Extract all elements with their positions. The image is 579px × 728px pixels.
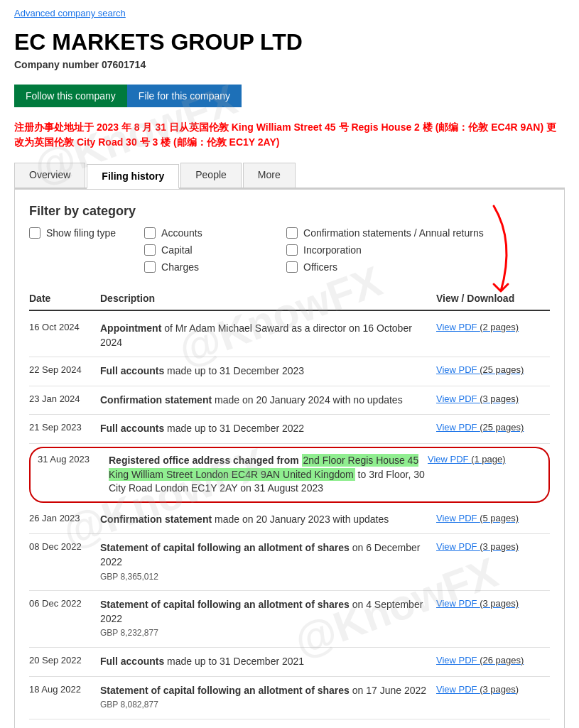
table-row: 26 Jan 2023 Confirmation statement made … (29, 506, 550, 535)
tab-overview[interactable]: Overview (14, 163, 85, 188)
filing-view[interactable]: View PDF (3 pages) (436, 541, 550, 552)
filing-view[interactable]: View PDF (3 pages) (436, 598, 550, 609)
filing-date: 18 Aug 2022 (29, 684, 100, 695)
filter-title: Filter by category (29, 204, 550, 219)
table-row: 06 Dec 2022 Statement of capital followi… (29, 591, 550, 648)
filing-date: 23 Jan 2024 (29, 393, 100, 404)
filing-description: Confirmation statement made on 20 Januar… (100, 393, 436, 408)
filing-date: 06 Dec 2022 (29, 598, 100, 609)
table-row: 20 Sep 2022 Full accounts made up to 31 … (29, 648, 550, 677)
filter-section: Filter by category Show filing type Acco… (29, 204, 550, 273)
filing-description: Full accounts made up to 31 December 202… (100, 422, 436, 436)
filing-view[interactable]: View PDF (5 pages) (436, 513, 550, 523)
header-view-download: View / Download (436, 293, 550, 304)
table-row: 16 Oct 2024 Appointment of Mr Adam Micha… (29, 315, 550, 357)
filing-description: Full accounts made up to 31 December 202… (100, 655, 436, 669)
tab-more[interactable]: More (243, 163, 296, 188)
show-filing-type-checkbox[interactable] (29, 227, 40, 239)
filing-description: Registered office address changed from 2… (109, 454, 428, 496)
checkbox-charges[interactable]: Charges (144, 261, 286, 273)
header-description: Description (100, 293, 436, 304)
checkbox-accounts[interactable]: Accounts (144, 227, 286, 239)
filing-view[interactable]: View PDF (26 pages) (436, 655, 550, 665)
checkbox-grid: Accounts Confirmation statements / Annua… (144, 227, 499, 273)
company-header: EC MARKETS GROUP LTD Company number 0760… (0, 26, 579, 77)
filing-description: Confirmation statement made on 20 Januar… (100, 513, 436, 527)
filing-view[interactable]: View PDF (3 pages) (436, 684, 550, 695)
filing-description: Appointment of Mr Adam Michael Saward as… (100, 322, 436, 349)
file-button[interactable]: File for this company (127, 85, 242, 107)
notice-banner: 注册办事处地址于 2023 年 8 月 31 日从英国伦敦 King Willi… (0, 114, 579, 156)
show-filing-type-label: Show filing type (46, 227, 116, 239)
company-number-line: Company number 07601714 (14, 59, 565, 70)
top-link: Advanced company search (0, 0, 579, 26)
filing-view[interactable]: View PDF (25 pages) (436, 364, 550, 375)
table-header: Date Description View / Download (29, 287, 550, 311)
filing-table: Date Description View / Download 16 Oct … (29, 287, 550, 728)
table-row: 08 Dec 2022 Statement of capital followi… (29, 534, 550, 591)
main-content: Filter by category Show filing type Acco… (14, 189, 565, 728)
filing-date: 22 Sep 2024 (29, 364, 100, 375)
filing-view[interactable]: View PDF (25 pages) (436, 422, 550, 433)
filing-date: 31 Aug 2023 (38, 454, 109, 464)
filing-date: 08 Dec 2022 (29, 541, 100, 552)
table-row: 18 Aug 2022 Statement of capital followi… (29, 677, 550, 719)
filing-description: Statement of capital following an allotm… (100, 541, 436, 583)
tab-people[interactable]: People (180, 163, 242, 188)
checkbox-confirmation[interactable]: Confirmation statements / Annual returns (286, 227, 499, 239)
tabs-container: Overview Filing history People More (14, 163, 565, 189)
filing-date: 21 Sep 2023 (29, 422, 100, 433)
filing-view[interactable]: View PDF (2 pages) (436, 322, 550, 332)
table-row: 12 Apr 2022 Director's details changed f… (29, 719, 550, 728)
company-title: EC MARKETS GROUP LTD (14, 29, 565, 55)
notice-text: 注册办事处地址于 2023 年 8 月 31 日从英国伦敦 King Willi… (14, 120, 565, 150)
show-filing-type[interactable]: Show filing type (29, 227, 116, 239)
table-row: 23 Jan 2024 Confirmation statement made … (29, 386, 550, 415)
filing-view[interactable]: View PDF (1 page) (428, 454, 541, 464)
filing-description: Statement of capital following an allotm… (100, 598, 436, 640)
checkbox-capital[interactable]: Capital (144, 244, 286, 256)
follow-button[interactable]: Follow this company (14, 85, 127, 107)
table-row: 21 Sep 2023 Full accounts made up to 31 … (29, 415, 550, 444)
advanced-search-link[interactable]: Advanced company search (14, 8, 126, 18)
action-buttons: Follow this company File for this compan… (0, 77, 579, 114)
filing-date: 20 Sep 2022 (29, 655, 100, 665)
table-row: 22 Sep 2024 Full accounts made up to 31 … (29, 357, 550, 386)
table-row-highlighted: 31 Aug 2023 Registered office address ch… (29, 447, 550, 503)
checkbox-officers[interactable]: Officers (286, 261, 499, 273)
filing-description: Full accounts made up to 31 December 202… (100, 364, 436, 379)
tab-filing-history[interactable]: Filing history (87, 164, 179, 189)
checkbox-incorporation[interactable]: Incorporation (286, 244, 499, 256)
filing-date: 26 Jan 2023 (29, 513, 100, 523)
filing-date: 16 Oct 2024 (29, 322, 100, 332)
header-date: Date (29, 293, 100, 304)
filing-view[interactable]: View PDF (3 pages) (436, 393, 550, 404)
filing-description: Statement of capital following an allotm… (100, 684, 436, 712)
